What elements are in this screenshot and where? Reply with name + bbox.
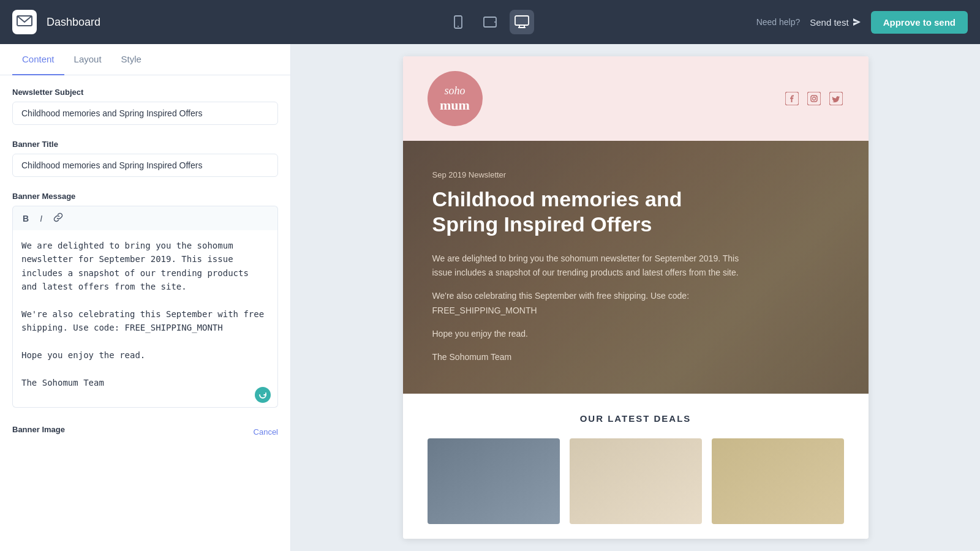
svg-rect-5: [515, 16, 529, 25]
banner-p4: The Sohomum Team: [432, 350, 751, 365]
svg-point-11: [816, 96, 817, 97]
email-preview-container: soho mum Sep 2019 Newsletter: [291, 44, 980, 551]
tab-style[interactable]: Style: [111, 44, 151, 75]
banner-image-label: Banner Image: [12, 425, 65, 434]
facebook-icon: [784, 91, 800, 107]
deal-item-3: [712, 438, 844, 524]
newsletter-subject-field: Newsletter Subject: [12, 88, 278, 125]
banner-message-section: Banner Message B I We are delighted to b…: [12, 192, 278, 410]
banner-date: Sep 2019 Newsletter: [432, 170, 839, 179]
bold-button[interactable]: B: [20, 211, 31, 225]
svg-point-10: [812, 97, 815, 100]
rich-text-toolbar: B I: [12, 206, 278, 230]
banner-p1: We are delighted to bring you the sohomu…: [432, 252, 751, 281]
send-icon: [853, 18, 861, 26]
preview-banner-title: Childhood memories and Spring Inspired O…: [432, 187, 726, 237]
logo-mum: mum: [440, 97, 470, 113]
panel-content: Newsletter Subject Banner Title Banner M…: [0, 75, 290, 551]
svg-point-2: [458, 26, 459, 27]
refresh-icon: [258, 391, 267, 399]
banner-image-section: Banner Image Cancel: [12, 425, 278, 439]
banner-message-textarea[interactable]: We are delighted to bring you the sohomu…: [12, 230, 278, 408]
device-switcher: [446, 10, 534, 34]
deals-grid: [428, 438, 844, 524]
email-banner: Sep 2019 Newsletter Childhood memories a…: [403, 141, 869, 394]
banner-p2: We're also celebrating this September wi…: [432, 289, 751, 318]
banner-message-wrapper: We are delighted to bring you the sohomu…: [12, 230, 278, 410]
banner-p3: Hope you enjoy the read.: [432, 327, 751, 342]
banner-title-label: Banner Title: [12, 140, 278, 149]
app-title: Dashboard: [47, 16, 100, 29]
mobile-icon[interactable]: [446, 10, 470, 34]
tab-layout[interactable]: Layout: [64, 44, 111, 75]
deals-section: OUR LATEST DEALS: [403, 394, 869, 539]
main-layout: Content Layout Style Newsletter Subject …: [0, 44, 980, 551]
topnav-actions: Need help? Send test Approve to send: [756, 11, 968, 34]
email-header: soho mum: [403, 56, 869, 141]
link-button[interactable]: [51, 211, 66, 225]
deal-item-2: [570, 438, 702, 524]
banner-message-label: Banner Message: [12, 192, 278, 201]
cancel-link[interactable]: Cancel: [254, 427, 278, 437]
instagram-icon: [806, 91, 822, 107]
tablet-icon[interactable]: [478, 10, 502, 34]
left-panel: Content Layout Style Newsletter Subject …: [0, 44, 291, 551]
refresh-button[interactable]: [255, 387, 271, 403]
brand-logo: soho mum: [428, 71, 483, 126]
banner-title-field: Banner Title: [12, 140, 278, 177]
twitter-icon: [828, 91, 844, 107]
italic-button[interactable]: I: [37, 211, 45, 225]
top-navigation: Dashboard Need help? Send test Approve t…: [0, 0, 980, 44]
need-help-link[interactable]: Need help?: [756, 17, 801, 27]
send-test-button[interactable]: Send test: [810, 17, 861, 28]
app-logo: [12, 10, 37, 34]
social-icons: [784, 91, 844, 107]
banner-body: We are delighted to bring you the sohomu…: [432, 252, 751, 365]
newsletter-subject-label: Newsletter Subject: [12, 88, 278, 97]
logo-soho: soho: [444, 84, 465, 97]
email-preview: soho mum Sep 2019 Newsletter: [403, 56, 869, 539]
desktop-icon[interactable]: [510, 10, 534, 34]
deals-title: OUR LATEST DEALS: [428, 413, 844, 424]
deal-item-1: [428, 438, 560, 524]
svg-rect-8: [807, 92, 821, 105]
approve-button[interactable]: Approve to send: [871, 11, 968, 34]
svg-point-4: [494, 21, 496, 23]
panel-tabs: Content Layout Style: [0, 44, 290, 75]
link-icon: [53, 212, 63, 222]
newsletter-subject-input[interactable]: [12, 102, 278, 125]
tab-content[interactable]: Content: [12, 44, 64, 75]
banner-title-input[interactable]: [12, 154, 278, 177]
